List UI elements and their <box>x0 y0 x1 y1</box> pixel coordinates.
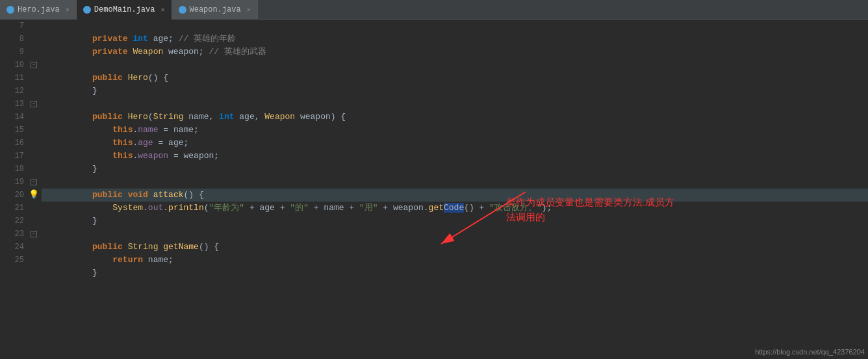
tab-demomain-close[interactable]: ✕ <box>160 6 164 14</box>
code-line-22 <box>42 215 868 228</box>
gutter-14 <box>29 111 38 124</box>
line-num-22: 22 <box>0 215 24 228</box>
gutter-8 <box>29 33 38 46</box>
gutter-19[interactable]: - <box>29 176 38 189</box>
line-num-15: 15 <box>0 124 24 137</box>
gutter-25 <box>29 254 38 267</box>
fold-10[interactable]: - <box>31 62 37 68</box>
line-num-25: 25 <box>0 254 24 267</box>
tab-demomain-label: DemoMain.java <box>94 5 155 14</box>
line-num-12: 12 <box>0 85 24 98</box>
line-num-19: 19 <box>0 176 24 189</box>
fold-19[interactable]: - <box>31 179 37 185</box>
line-num-18: 18 <box>0 163 24 176</box>
code-line-7: private int age; // 英雄的年龄 <box>42 20 868 33</box>
fold-13[interactable]: - <box>31 101 37 107</box>
gutter-12 <box>29 85 38 98</box>
tab-hero-label: Hero.java <box>18 5 60 14</box>
line-numbers: 7 8 9 10 11 12 13 14 15 16 17 18 19 20 2… <box>0 20 29 359</box>
gutter-15 <box>29 124 38 137</box>
tab-demomain[interactable]: DemoMain.java ✕ <box>77 0 172 20</box>
watermark: https://blog.csdn.net/qq_42376204 <box>755 348 865 356</box>
gutter-23[interactable]: - <box>29 228 38 241</box>
gutter-22 <box>29 215 38 228</box>
weapon-java-icon <box>179 6 186 14</box>
tab-hero[interactable]: Hero.java ✕ <box>0 0 77 20</box>
code-line-13: public Hero(String name, int age, Weapon… <box>42 98 868 111</box>
gutter-17 <box>29 150 38 163</box>
tab-bar: Hero.java ✕ DemoMain.java ✕ Weapon.java … <box>0 0 868 20</box>
line-num-24: 24 <box>0 241 24 254</box>
line-num-8: 8 <box>0 33 24 46</box>
highlight-code: Code <box>444 203 464 213</box>
tab-weapon-label: Weapon.java <box>190 5 241 14</box>
tab-weapon-close[interactable]: ✕ <box>247 6 251 14</box>
code-line-23: public String getName() { <box>42 228 868 241</box>
gutter-9 <box>29 46 38 59</box>
gutter-11 <box>29 72 38 85</box>
code-line-19: public void attack() { <box>42 176 868 189</box>
line-num-20: 20 <box>0 189 24 202</box>
fold-23[interactable]: - <box>31 231 37 237</box>
line-num-7: 7 <box>0 20 24 33</box>
demomain-java-icon <box>83 6 91 14</box>
line-num-14: 14 <box>0 111 24 124</box>
hero-java-icon <box>6 6 14 14</box>
line-num-16: 16 <box>0 137 24 150</box>
code-line-12 <box>42 85 868 98</box>
editor-area: 7 8 9 10 11 12 13 14 15 16 17 18 19 20 2… <box>0 20 868 359</box>
tab-hero-close[interactable]: ✕ <box>66 6 70 14</box>
tab-weapon[interactable]: Weapon.java ✕ <box>172 0 258 20</box>
gutter-20: 💡 <box>29 189 38 202</box>
code-line-10: public Hero() { <box>42 59 868 72</box>
gutter-16 <box>29 137 38 150</box>
line-num-11: 11 <box>0 72 24 85</box>
line-num-10: 10 <box>0 59 24 72</box>
line-num-21: 21 <box>0 202 24 215</box>
lightbulb-icon: 💡 <box>29 189 39 202</box>
line-num-17: 17 <box>0 150 24 163</box>
line-num-23: 23 <box>0 228 24 241</box>
gutter-7 <box>29 20 38 33</box>
gutter-13[interactable]: - <box>29 98 38 111</box>
line-num-9: 9 <box>0 46 24 59</box>
gutter-18 <box>29 163 38 176</box>
code-content: private int age; // 英雄的年龄 private Weapon… <box>38 20 868 359</box>
gutter-10[interactable]: - <box>29 59 38 72</box>
line-num-13: 13 <box>0 98 24 111</box>
code-line-18 <box>42 163 868 176</box>
gutter-21 <box>29 202 38 215</box>
fold-gutter: - - - 💡 - <box>29 20 38 359</box>
gutter-24 <box>29 241 38 254</box>
